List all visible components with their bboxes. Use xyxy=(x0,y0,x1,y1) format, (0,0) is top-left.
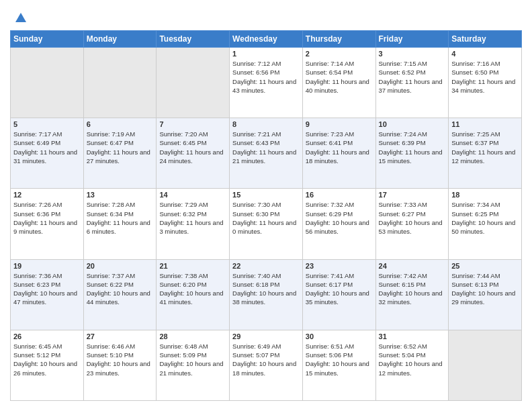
day-number: 2 xyxy=(306,50,373,58)
calendar-day-cell: 20Sunrise: 7:37 AM Sunset: 6:22 PM Dayli… xyxy=(83,259,157,330)
weekday-header-cell: Wednesday xyxy=(230,31,303,48)
day-number: 20 xyxy=(87,262,154,270)
calendar-day-cell: 27Sunrise: 6:46 AM Sunset: 5:10 PM Dayli… xyxy=(83,330,157,400)
weekday-header-cell: Saturday xyxy=(449,31,522,48)
day-number: 12 xyxy=(13,191,81,199)
weekday-header-cell: Sunday xyxy=(11,31,84,48)
calendar-day-cell: 1Sunrise: 7:12 AM Sunset: 6:56 PM Daylig… xyxy=(230,48,303,118)
calendar-day-cell: 14Sunrise: 7:29 AM Sunset: 6:32 PM Dayli… xyxy=(157,189,230,259)
day-number: 18 xyxy=(451,191,519,199)
day-number: 25 xyxy=(451,262,519,270)
day-number: 30 xyxy=(306,332,373,340)
day-info: Sunrise: 7:20 AM Sunset: 6:45 PM Dayligh… xyxy=(159,130,226,165)
day-info: Sunrise: 7:40 AM Sunset: 6:18 PM Dayligh… xyxy=(232,271,300,307)
calendar-day-cell: 30Sunrise: 6:51 AM Sunset: 5:06 PM Dayli… xyxy=(302,330,375,400)
header xyxy=(10,10,522,24)
day-info: Sunrise: 7:37 AM Sunset: 6:22 PM Dayligh… xyxy=(87,271,154,307)
calendar-day-cell: 19Sunrise: 7:36 AM Sunset: 6:23 PM Dayli… xyxy=(11,259,84,330)
logo xyxy=(10,10,26,24)
day-number: 4 xyxy=(451,50,519,58)
day-info: Sunrise: 7:26 AM Sunset: 6:36 PM Dayligh… xyxy=(13,200,81,236)
weekday-header-cell: Thursday xyxy=(302,31,375,48)
day-info: Sunrise: 6:52 AM Sunset: 5:04 PM Dayligh… xyxy=(379,342,446,377)
day-info: Sunrise: 7:17 AM Sunset: 6:49 PM Dayligh… xyxy=(13,130,81,165)
calendar-day-cell xyxy=(157,48,230,118)
calendar-day-cell: 17Sunrise: 7:33 AM Sunset: 6:27 PM Dayli… xyxy=(375,189,449,259)
day-number: 15 xyxy=(232,191,300,199)
calendar-day-cell: 24Sunrise: 7:42 AM Sunset: 6:15 PM Dayli… xyxy=(375,259,449,330)
calendar-day-cell xyxy=(83,48,157,118)
day-number: 16 xyxy=(306,191,373,199)
day-info: Sunrise: 6:46 AM Sunset: 5:10 PM Dayligh… xyxy=(87,342,154,377)
day-number: 6 xyxy=(87,120,154,128)
day-info: Sunrise: 7:16 AM Sunset: 6:50 PM Dayligh… xyxy=(451,59,519,95)
calendar-day-cell: 22Sunrise: 7:40 AM Sunset: 6:18 PM Dayli… xyxy=(230,259,303,330)
day-info: Sunrise: 7:32 AM Sunset: 6:29 PM Dayligh… xyxy=(306,200,373,236)
day-number: 22 xyxy=(232,262,300,270)
calendar-week-row: 19Sunrise: 7:36 AM Sunset: 6:23 PM Dayli… xyxy=(11,259,522,330)
day-info: Sunrise: 7:42 AM Sunset: 6:15 PM Dayligh… xyxy=(379,271,446,307)
calendar-day-cell: 23Sunrise: 7:41 AM Sunset: 6:17 PM Dayli… xyxy=(302,259,375,330)
calendar-day-cell: 18Sunrise: 7:34 AM Sunset: 6:25 PM Dayli… xyxy=(449,189,522,259)
day-number: 17 xyxy=(379,191,446,199)
calendar-day-cell: 2Sunrise: 7:14 AM Sunset: 6:54 PM Daylig… xyxy=(302,48,375,118)
calendar-day-cell: 21Sunrise: 7:38 AM Sunset: 6:20 PM Dayli… xyxy=(157,259,230,330)
weekday-header-cell: Tuesday xyxy=(157,31,230,48)
day-info: Sunrise: 7:44 AM Sunset: 6:13 PM Dayligh… xyxy=(451,271,519,307)
day-number: 27 xyxy=(87,332,154,340)
day-info: Sunrise: 7:25 AM Sunset: 6:37 PM Dayligh… xyxy=(451,130,519,165)
logo-icon xyxy=(11,10,26,25)
day-number: 19 xyxy=(13,262,81,270)
day-info: Sunrise: 7:12 AM Sunset: 6:56 PM Dayligh… xyxy=(232,59,300,95)
calendar-week-row: 12Sunrise: 7:26 AM Sunset: 6:36 PM Dayli… xyxy=(11,189,522,259)
calendar-day-cell: 13Sunrise: 7:28 AM Sunset: 6:34 PM Dayli… xyxy=(83,189,157,259)
day-number: 8 xyxy=(232,120,300,128)
day-number: 13 xyxy=(87,191,154,199)
calendar-day-cell: 8Sunrise: 7:21 AM Sunset: 6:43 PM Daylig… xyxy=(230,118,303,189)
day-info: Sunrise: 7:29 AM Sunset: 6:32 PM Dayligh… xyxy=(159,200,226,236)
weekday-header-cell: Monday xyxy=(83,31,157,48)
calendar-body: 1Sunrise: 7:12 AM Sunset: 6:56 PM Daylig… xyxy=(11,48,522,401)
calendar-day-cell: 7Sunrise: 7:20 AM Sunset: 6:45 PM Daylig… xyxy=(157,118,230,189)
weekday-header-row: SundayMondayTuesdayWednesdayThursdayFrid… xyxy=(11,31,522,48)
svg-marker-0 xyxy=(15,13,26,22)
day-number: 29 xyxy=(232,332,300,340)
day-number: 10 xyxy=(379,120,446,128)
calendar-day-cell: 25Sunrise: 7:44 AM Sunset: 6:13 PM Dayli… xyxy=(449,259,522,330)
calendar-day-cell: 4Sunrise: 7:16 AM Sunset: 6:50 PM Daylig… xyxy=(449,48,522,118)
day-info: Sunrise: 7:38 AM Sunset: 6:20 PM Dayligh… xyxy=(159,271,226,307)
page: SundayMondayTuesdayWednesdayThursdayFrid… xyxy=(0,0,532,411)
calendar-day-cell: 10Sunrise: 7:24 AM Sunset: 6:39 PM Dayli… xyxy=(375,118,449,189)
calendar-day-cell: 28Sunrise: 6:48 AM Sunset: 5:09 PM Dayli… xyxy=(157,330,230,400)
calendar-day-cell: 12Sunrise: 7:26 AM Sunset: 6:36 PM Dayli… xyxy=(11,189,84,259)
calendar-table: SundayMondayTuesdayWednesdayThursdayFrid… xyxy=(10,30,522,401)
calendar-day-cell xyxy=(449,330,522,400)
day-info: Sunrise: 7:19 AM Sunset: 6:47 PM Dayligh… xyxy=(87,130,154,165)
day-number: 3 xyxy=(379,50,446,58)
calendar-week-row: 5Sunrise: 7:17 AM Sunset: 6:49 PM Daylig… xyxy=(11,118,522,189)
calendar-week-row: 1Sunrise: 7:12 AM Sunset: 6:56 PM Daylig… xyxy=(11,48,522,118)
day-info: Sunrise: 7:14 AM Sunset: 6:54 PM Dayligh… xyxy=(306,59,373,95)
day-info: Sunrise: 7:30 AM Sunset: 6:30 PM Dayligh… xyxy=(232,200,300,236)
day-info: Sunrise: 7:28 AM Sunset: 6:34 PM Dayligh… xyxy=(87,200,154,236)
day-info: Sunrise: 7:41 AM Sunset: 6:17 PM Dayligh… xyxy=(306,271,373,307)
day-info: Sunrise: 7:15 AM Sunset: 6:52 PM Dayligh… xyxy=(379,59,446,95)
day-number: 24 xyxy=(379,262,446,270)
day-number: 9 xyxy=(306,120,373,128)
calendar-week-row: 26Sunrise: 6:45 AM Sunset: 5:12 PM Dayli… xyxy=(11,330,522,400)
day-info: Sunrise: 6:45 AM Sunset: 5:12 PM Dayligh… xyxy=(13,342,81,377)
day-info: Sunrise: 7:33 AM Sunset: 6:27 PM Dayligh… xyxy=(379,200,446,236)
day-info: Sunrise: 7:21 AM Sunset: 6:43 PM Dayligh… xyxy=(232,130,300,165)
day-number: 1 xyxy=(232,50,300,58)
calendar-day-cell: 11Sunrise: 7:25 AM Sunset: 6:37 PM Dayli… xyxy=(449,118,522,189)
weekday-header-cell: Friday xyxy=(375,31,449,48)
day-info: Sunrise: 7:36 AM Sunset: 6:23 PM Dayligh… xyxy=(13,271,81,307)
day-number: 28 xyxy=(159,332,226,340)
day-info: Sunrise: 7:23 AM Sunset: 6:41 PM Dayligh… xyxy=(306,130,373,165)
calendar-day-cell: 26Sunrise: 6:45 AM Sunset: 5:12 PM Dayli… xyxy=(11,330,84,400)
day-number: 31 xyxy=(379,332,446,340)
day-number: 23 xyxy=(306,262,373,270)
calendar-day-cell: 31Sunrise: 6:52 AM Sunset: 5:04 PM Dayli… xyxy=(375,330,449,400)
day-info: Sunrise: 6:49 AM Sunset: 5:07 PM Dayligh… xyxy=(232,342,300,377)
day-number: 21 xyxy=(159,262,226,270)
